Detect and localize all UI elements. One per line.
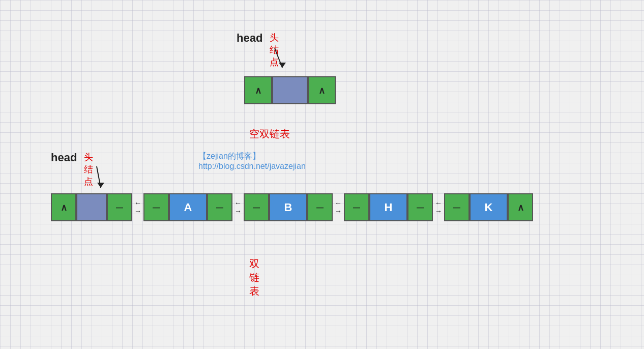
node-row: ∧ — ← → — A — ← → — B — ← → <box>51 193 533 221</box>
head-label-bottom: head <box>51 151 77 164</box>
cell-a-right: — <box>207 193 232 221</box>
arrow-top-svg <box>259 48 290 74</box>
cell-caret-left-top: ∧ <box>244 76 272 104</box>
cell-b-left: — <box>244 193 269 221</box>
arrow-back-2: ← <box>235 199 242 207</box>
arrow-back-1: ← <box>134 199 141 207</box>
cell-head-blue <box>76 193 107 221</box>
cell-k-data: K <box>470 193 508 221</box>
connector-3: ← → <box>333 199 344 216</box>
svg-marker-3 <box>97 183 104 188</box>
cell-center-top <box>272 76 308 104</box>
cell-b-data: B <box>269 193 307 221</box>
cell-head-caret: ∧ <box>51 193 76 221</box>
arrow-back-4: ← <box>435 199 442 207</box>
cell-h-right: — <box>407 193 433 221</box>
cell-a-data: A <box>169 193 207 221</box>
arrow-fwd-2: → <box>235 207 242 215</box>
connector-2: ← → <box>232 199 244 216</box>
caption-bottom: 双链表 <box>249 257 259 298</box>
head-label-top: head <box>237 32 262 45</box>
connector-4: ← → <box>433 199 444 216</box>
cell-a-left: — <box>143 193 169 221</box>
cell-k-caret: ∧ <box>508 193 533 221</box>
cell-caret-right-top: ∧ <box>308 76 336 104</box>
diagram-container: head 头结点 ∧ ∧ 空双链表 head 头结点 【zejian的博客】ht… <box>0 0 644 349</box>
cell-head-dash: — <box>107 193 132 221</box>
node-top: ∧ ∧ <box>244 76 336 104</box>
arrow-back-3: ← <box>335 199 342 207</box>
connector-1: ← → <box>132 199 143 216</box>
arrow-fwd-1: → <box>134 207 141 215</box>
caption-top: 空双链表 <box>219 127 320 141</box>
blog-link: 【zejian的博客】http://blog.csdn.net/javazeji… <box>198 151 306 171</box>
cell-h-left: — <box>344 193 369 221</box>
arrow-fwd-4: → <box>435 207 442 215</box>
arrow-bottom-svg <box>81 166 107 194</box>
cell-h-data: H <box>369 193 407 221</box>
cell-b-right: — <box>307 193 333 221</box>
cell-k-left: — <box>444 193 470 221</box>
svg-marker-1 <box>279 63 286 68</box>
arrow-fwd-3: → <box>335 207 342 215</box>
